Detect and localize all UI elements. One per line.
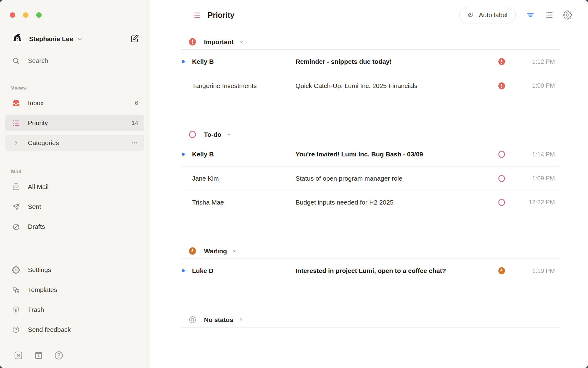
mail-sender: Tangerine Investments (192, 82, 296, 90)
gear-icon (563, 10, 572, 20)
mail-row[interactable]: Tangerine Investments Quick Catch-Up: Lu… (181, 74, 561, 98)
mail-sender: Kelly B (192, 58, 296, 65)
important-section-header[interactable]: Important (181, 34, 561, 50)
mail-row[interactable]: Jane Kim Status of open program manager … (181, 166, 561, 190)
mail-row[interactable]: Kelly B Reminder - snippets due today! 1… (181, 50, 561, 74)
mail-sender: Luke D (192, 267, 296, 274)
sidebar-spacer (0, 238, 149, 262)
unread-dot (182, 153, 185, 156)
sidebar-item-categories[interactable]: Categories (5, 135, 144, 151)
sidebar-item-priority[interactable]: Priority 14 (5, 115, 144, 131)
notion-app-button[interactable]: N (12, 349, 24, 362)
mail-sender: Trisha Mae (192, 199, 296, 206)
chevron-down-icon (232, 248, 238, 254)
waiting-status-icon[interactable] (498, 267, 506, 275)
sidebar-item-label: Send feedback (28, 326, 71, 333)
mail-time: 1:19 PM (506, 267, 561, 274)
filter-icon (526, 10, 535, 20)
mail-row[interactable]: Luke D Interested in project Lumi, open … (181, 259, 561, 283)
minimize-window-button[interactable] (23, 12, 28, 18)
categories-more-button[interactable] (131, 139, 138, 147)
chevron-down-icon (239, 39, 244, 45)
sidebar-item-label: Inbox (28, 99, 43, 107)
important-status-icon[interactable] (498, 58, 506, 66)
mail-list: Important Kelly B Reminder - snippets du… (149, 30, 588, 368)
todo-status-icon[interactable] (498, 150, 506, 158)
window-controls (0, 0, 149, 18)
chevron-down-icon (226, 132, 232, 137)
section-title: To-do (204, 131, 221, 138)
sidebar-item-trash[interactable]: Trash (5, 301, 144, 318)
todo-status-icon[interactable] (498, 174, 506, 182)
no-status-section-header[interactable]: No status (181, 312, 561, 328)
mail-time: 1:12 PM (506, 58, 561, 65)
sidebar-item-label: All Mail (28, 183, 49, 190)
user-name: Stephanie Lee (29, 35, 73, 43)
important-status-icon (188, 38, 197, 46)
mail-sender: Jane Kim (192, 175, 296, 182)
search-label: Search (28, 57, 48, 64)
topbar: Priority Auto label (149, 0, 588, 30)
compose-button[interactable] (128, 33, 141, 45)
no-status-icon (188, 316, 197, 324)
auto-label-button[interactable]: Auto label (459, 7, 516, 23)
search-icon (10, 55, 22, 67)
chevron-right-icon[interactable] (10, 137, 22, 149)
unread-dot (182, 269, 185, 272)
account-switcher[interactable]: Stephanie Lee (11, 33, 141, 45)
search-button[interactable]: Search (5, 52, 144, 69)
filter-button[interactable] (525, 10, 536, 21)
notion-calendar-button[interactable]: 6 (32, 349, 45, 362)
section-title: Important (204, 38, 234, 46)
topbar-actions: Auto label (459, 7, 573, 23)
mail-time: 1:09 PM (506, 175, 561, 182)
mail-subject: Status of open program manager role (296, 175, 498, 182)
trash-icon (10, 304, 22, 316)
list-view-button[interactable] (544, 10, 555, 21)
sidebar-item-label: Categories (28, 139, 59, 147)
desktop-background: Stephanie Lee Search Views (0, 0, 588, 368)
waiting-section-header[interactable]: Waiting (181, 243, 561, 259)
sidebar-item-settings[interactable]: Settings (5, 262, 144, 278)
mail-row[interactable]: Trisha Mae Budget inputs needed for H2 2… (181, 190, 561, 214)
close-window-button[interactable] (10, 12, 15, 18)
priority-count-badge: 14 (132, 120, 138, 126)
mail-time: 1:14 PM (506, 151, 561, 158)
section-title: No status (204, 316, 233, 324)
sidebar-item-sent[interactable]: Sent (5, 198, 144, 215)
all-mail-icon (10, 181, 22, 193)
sidebar-item-inbox[interactable]: Inbox 6 (5, 95, 144, 111)
sidebar-item-all-mail[interactable]: All Mail (5, 178, 144, 195)
help-button[interactable] (53, 349, 65, 362)
unread-dot (182, 60, 185, 63)
mail-time: 1:00 PM (506, 82, 561, 89)
auto-label-wand-icon (466, 11, 475, 19)
mail-subject: Reminder - snippets due today! (296, 58, 498, 65)
sidebar-item-label: Settings (28, 266, 51, 274)
sidebar-item-templates[interactable]: Templates (5, 282, 144, 298)
sidebar: Stephanie Lee Search Views (0, 0, 149, 368)
section-todo: To-do Kelly B You're Invited! Lumi Inc. … (181, 127, 561, 214)
page-title: Priority (208, 11, 235, 20)
todo-section-header[interactable]: To-do (181, 127, 561, 142)
drafts-icon (10, 220, 22, 233)
templates-icon (10, 284, 22, 296)
sidebar-footer: N 6 (12, 349, 137, 362)
view-settings-button[interactable] (562, 10, 573, 21)
section-important: Important Kelly B Reminder - snippets du… (181, 34, 561, 98)
sidebar-item-send-feedback[interactable]: Send feedback (5, 321, 144, 338)
mail-subject: Interested in project Lumi, open to a co… (296, 267, 498, 274)
mail-row[interactable]: Kelly B You're Invited! Lumi Inc. Bug Ba… (181, 142, 561, 166)
zoom-window-button[interactable] (36, 12, 42, 18)
sidebar-item-drafts[interactable]: Drafts (5, 218, 144, 235)
sidebar-item-label: Drafts (28, 223, 45, 230)
ellipsis-icon (131, 139, 138, 147)
important-status-icon[interactable] (498, 82, 506, 90)
compose-icon (130, 34, 139, 44)
todo-status-icon (188, 130, 197, 139)
sidebar-item-label: Sent (28, 203, 41, 210)
avatar (11, 33, 24, 45)
main-panel: Priority Auto label (149, 0, 588, 368)
svg-text:6: 6 (38, 354, 40, 358)
todo-status-icon[interactable] (498, 198, 506, 206)
